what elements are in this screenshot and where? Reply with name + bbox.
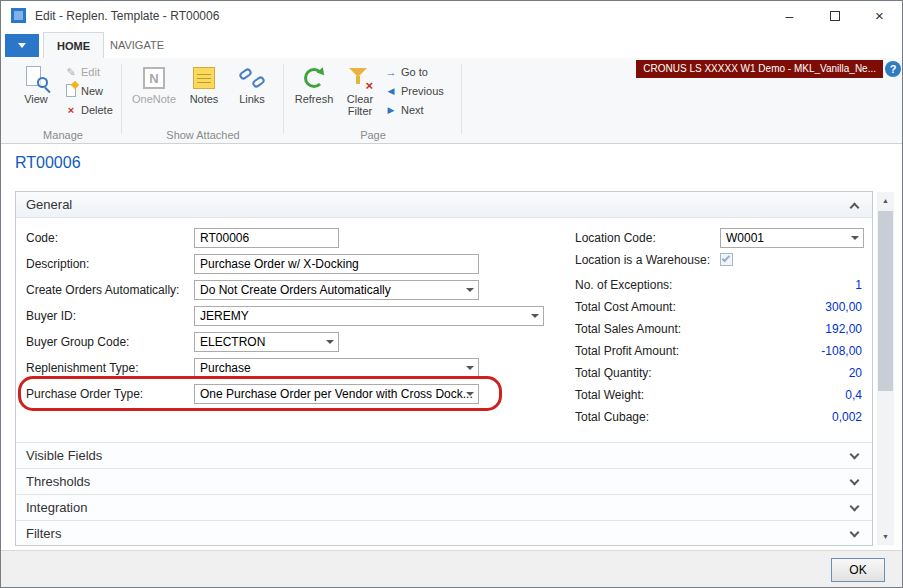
field-label-location-code: Location Code:: [575, 228, 656, 248]
help-button[interactable]: ?: [885, 61, 901, 77]
scroll-down-button[interactable]: ▼: [877, 528, 894, 545]
buyer-group-code-select[interactable]: ELECTRON: [194, 332, 339, 352]
new-button[interactable]: New: [65, 82, 103, 100]
clear-filter-button[interactable]: × Clear Filter: [337, 61, 383, 125]
view-icon: [13, 63, 59, 93]
close-button[interactable]: ×: [857, 1, 902, 30]
stat-value-no-of-exceptions[interactable]: 1: [720, 275, 862, 295]
page-title: RT00006: [15, 154, 81, 172]
fasttab-filters[interactable]: Filters: [16, 520, 872, 546]
fasttab-thresholds[interactable]: Thresholds: [16, 468, 872, 494]
stat-value-total-cubage[interactable]: 0,002: [720, 407, 862, 427]
chevron-down-icon: [851, 236, 859, 240]
refresh-icon: [291, 63, 337, 93]
notes-icon: [181, 63, 227, 93]
chevron-down-icon: [531, 314, 539, 318]
group-label-manage: Manage: [7, 129, 119, 141]
code-input[interactable]: RT00006: [194, 228, 339, 248]
group-label-page: Page: [287, 129, 459, 141]
maximize-button[interactable]: [812, 1, 857, 30]
location-is-warehouse-checkbox: [720, 253, 733, 266]
edit-button[interactable]: ✎ Edit: [65, 63, 100, 81]
stat-label-total-profit-amount: Total Profit Amount:: [575, 341, 679, 361]
stat-label-total-cost-amount: Total Cost Amount:: [575, 297, 676, 317]
refresh-button[interactable]: Refresh: [291, 61, 337, 125]
field-label-create-orders-automatically: Create Orders Automatically:: [26, 280, 179, 300]
stat-value-total-cost-amount[interactable]: 300,00: [720, 297, 862, 317]
description-input[interactable]: Purchase Order w/ X-Docking: [194, 254, 479, 274]
buyer-id-select[interactable]: JEREMY: [194, 306, 544, 326]
ribbon-group-page: Refresh × Clear Filter → Go to ◀ Previou…: [287, 58, 459, 143]
scroll-up-button[interactable]: ▲: [877, 192, 894, 209]
new-page-icon: [65, 84, 77, 99]
ok-button[interactable]: OK: [831, 558, 885, 582]
ribbon-group-show-attached: N OneNote Notes Links Show Attached: [125, 58, 281, 143]
check-icon: [722, 254, 730, 262]
window-title: Edit - Replen. Template - RT00006: [35, 9, 219, 23]
stat-label-total-weight: Total Weight:: [575, 385, 644, 405]
chevron-down-icon: [850, 450, 860, 460]
purchase-order-type-select[interactable]: One Purchase Order per Vendor with Cross…: [194, 384, 479, 404]
next-arrow-icon: ▶: [385, 104, 397, 116]
tab-navigate[interactable]: NAVIGATE: [97, 32, 177, 58]
ribbon-separator: [283, 64, 284, 134]
stat-value-total-sales-amount[interactable]: 192,00: [720, 319, 862, 339]
previous-button[interactable]: ◀ Previous: [385, 82, 444, 100]
pencil-icon: ✎: [65, 66, 77, 78]
app-icon: [11, 8, 26, 23]
location-code-select[interactable]: W0001: [720, 228, 864, 248]
stat-label-total-cubage: Total Cubage:: [575, 407, 649, 427]
stat-label-no-of-exceptions: No. of Exceptions:: [575, 275, 672, 295]
goto-button[interactable]: → Go to: [385, 63, 428, 81]
chevron-down-icon: [850, 528, 860, 538]
group-label-show-attached: Show Attached: [125, 129, 281, 141]
page-content: RT00006 General Code: RT00006 Descriptio…: [1, 144, 902, 550]
delete-icon: ×: [65, 104, 77, 116]
field-label-replenishment-type: Replenishment Type:: [26, 358, 139, 378]
window: Edit - Replen. Template - RT00006 – × HO…: [0, 0, 903, 588]
footer-bar: OK: [1, 550, 902, 588]
delete-button[interactable]: × Delete: [65, 101, 113, 119]
chevron-down-icon: [850, 502, 860, 512]
field-label-code: Code:: [26, 228, 58, 248]
ribbon-group-manage: View ✎ Edit New × Delete Manage: [7, 58, 119, 143]
next-button[interactable]: ▶ Next: [385, 101, 424, 119]
stat-label-total-sales-amount: Total Sales Amount:: [575, 319, 681, 339]
chevron-down-icon: [466, 288, 474, 292]
minimize-button[interactable]: –: [767, 1, 812, 30]
fasttab-card: General Code: RT00006 Description: Purch…: [15, 191, 873, 546]
chevron-down-icon: [850, 476, 860, 486]
maximize-icon: [830, 11, 840, 21]
view-button[interactable]: View: [13, 61, 59, 125]
chevron-down-icon: [326, 340, 334, 344]
goto-arrow-icon: →: [385, 66, 397, 78]
clear-filter-icon: ×: [337, 63, 383, 93]
fasttab-general-label: General: [26, 192, 72, 218]
ribbon-separator: [121, 64, 122, 134]
replenishment-type-select[interactable]: Purchase: [194, 358, 479, 378]
stat-label-total-quantity: Total Quantity:: [575, 363, 652, 383]
onenote-button[interactable]: N OneNote: [131, 61, 177, 125]
stat-value-total-weight[interactable]: 0,4: [720, 385, 862, 405]
field-label-location-is-warehouse: Location is a Warehouse:: [575, 250, 710, 270]
vertical-scrollbar[interactable]: ▲ ▼: [877, 192, 894, 545]
fasttab-visible-fields[interactable]: Visible Fields: [16, 442, 872, 468]
links-button[interactable]: Links: [229, 61, 275, 125]
fasttab-general-header[interactable]: General: [16, 192, 872, 218]
app-icon-inner: [14, 11, 23, 20]
ribbon-separator: [461, 64, 462, 134]
scrollbar-thumb[interactable]: [878, 211, 893, 391]
notes-button[interactable]: Notes: [181, 61, 227, 125]
stat-value-total-profit-amount[interactable]: -108,00: [720, 341, 862, 361]
chevron-down-icon: [18, 43, 26, 48]
app-menu-button[interactable]: [5, 34, 39, 57]
create-orders-automatically-select[interactable]: Do Not Create Orders Automatically: [194, 280, 479, 300]
tab-home[interactable]: HOME: [43, 32, 104, 58]
chevron-down-icon: [466, 366, 474, 370]
stat-value-total-quantity[interactable]: 20: [720, 363, 862, 383]
field-label-buyer-group-code: Buyer Group Code:: [26, 332, 129, 352]
field-label-buyer-id: Buyer ID:: [26, 306, 76, 326]
fasttab-integration[interactable]: Integration: [16, 494, 872, 520]
field-label-purchase-order-type: Purchase Order Type:: [26, 384, 143, 404]
chevron-up-icon: [850, 203, 860, 213]
